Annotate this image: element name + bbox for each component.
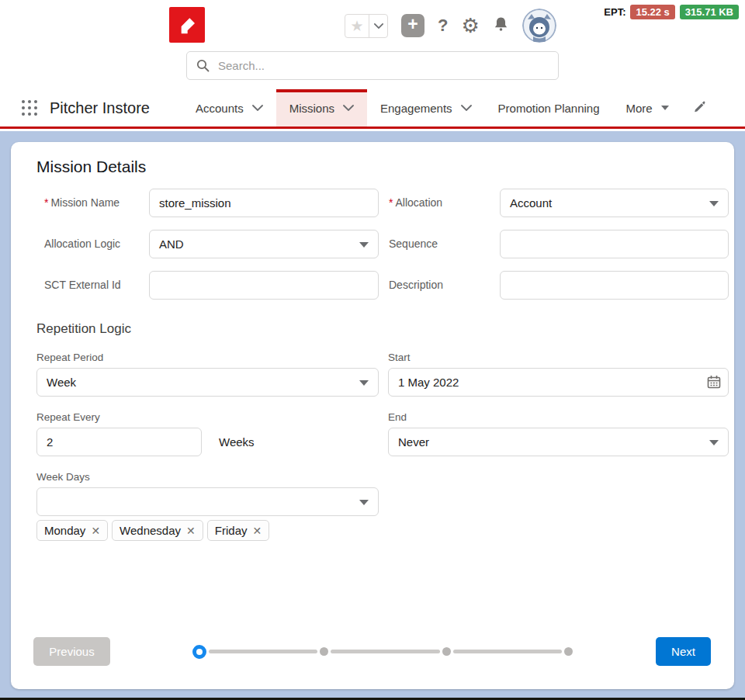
description-label: Description — [379, 271, 500, 300]
pitcher-arrow-icon — [175, 12, 199, 37]
end-value: Never — [398, 435, 429, 449]
mission-wizard-card: Mission Details *Mission Name *Allocatio… — [11, 142, 734, 689]
sct-external-id-label: SCT External Id — [44, 271, 149, 300]
repeat-every-unit: Weeks — [219, 435, 255, 449]
required-indicator: * — [44, 196, 48, 209]
header-actions: ★ + ? ⚙ — [345, 11, 556, 40]
allocation-logic-value: AND — [159, 237, 184, 251]
tab-accounts[interactable]: Accounts — [182, 89, 276, 126]
tab-promotion-planning-label: Promotion Planning — [498, 102, 600, 115]
repetition-logic-form: Repeat Period Week Start — [36, 337, 734, 541]
user-avatar[interactable] — [522, 9, 556, 43]
repeat-period-value: Week — [47, 376, 76, 389]
tab-engagements[interactable]: Engagements — [367, 89, 485, 126]
chevron-down-icon[interactable] — [252, 105, 263, 111]
search-icon — [196, 59, 210, 72]
repeat-every-input[interactable] — [36, 428, 202, 456]
start-label: Start — [388, 352, 729, 363]
chip-friday[interactable]: Friday ✕ — [207, 520, 269, 541]
sequence-label: Sequence — [379, 230, 500, 258]
allocation-select[interactable]: Account — [500, 189, 729, 217]
progress-step-1-current — [192, 645, 206, 659]
tab-accounts-label: Accounts — [196, 102, 244, 115]
ept-size-badge: 315.71 KB — [680, 5, 739, 19]
chip-remove-icon[interactable]: ✕ — [252, 525, 262, 537]
tab-more-label: More — [626, 102, 653, 115]
tab-promotion-planning[interactable]: Promotion Planning — [485, 89, 613, 126]
allocation-logic-select[interactable]: AND — [149, 230, 379, 258]
chip-wednesday[interactable]: Wednesday ✕ — [112, 520, 203, 541]
next-button[interactable]: Next — [656, 637, 711, 666]
page-background: Mission Details *Mission Name *Allocatio… — [0, 131, 745, 700]
favorites-dropdown-button[interactable] — [369, 15, 387, 37]
mission-details-form: *Mission Name *Allocation Account Alloca… — [44, 189, 734, 300]
caret-down-icon — [709, 440, 719, 445]
progress-connector — [209, 650, 317, 653]
app-launcher-icon[interactable] — [22, 100, 37, 116]
repeat-period-select[interactable]: Week — [36, 368, 379, 397]
progress-connector — [453, 650, 562, 653]
search-input[interactable] — [217, 58, 549, 73]
tab-missions-label: Missions — [289, 102, 334, 115]
chip-label: Friday — [215, 524, 248, 537]
ept-indicator: EPT: 15.22 s 315.71 KB — [604, 5, 739, 19]
tab-missions[interactable]: Missions — [276, 89, 367, 126]
chip-remove-icon[interactable]: ✕ — [91, 525, 100, 537]
week-days-chips: Monday ✕ Wednesday ✕ Friday ✕ — [36, 520, 379, 541]
end-label: End — [388, 411, 729, 423]
pitcher-logo[interactable] — [169, 7, 205, 43]
ept-time-badge: 15.22 s — [630, 5, 674, 19]
wizard-footer: Previous Next — [11, 637, 734, 666]
week-days-select[interactable] — [36, 487, 379, 516]
app-name: Pitcher Instore — [50, 89, 150, 126]
chip-monday[interactable]: Monday ✕ — [36, 520, 108, 541]
tab-more[interactable]: More — [613, 89, 682, 126]
allocation-value: Account — [510, 196, 552, 210]
repetition-logic-title: Repetition Logic — [36, 321, 734, 337]
tab-engagements-label: Engagements — [380, 102, 452, 115]
page-title: Mission Details — [36, 158, 734, 176]
mission-name-input[interactable] — [149, 189, 379, 217]
calendar-icon[interactable] — [707, 375, 721, 392]
help-icon[interactable]: ? — [438, 16, 448, 36]
caret-down-icon — [359, 500, 369, 505]
progress-step-2 — [320, 647, 328, 656]
previous-button[interactable]: Previous — [33, 637, 110, 666]
repeat-every-label: Repeat Every — [36, 411, 379, 423]
chip-label: Wednesday — [120, 524, 181, 537]
caret-down-icon — [661, 106, 669, 110]
description-input[interactable] — [500, 271, 729, 300]
global-actions-button[interactable]: + — [401, 14, 424, 37]
caret-down-icon — [359, 242, 369, 248]
required-indicator: * — [389, 196, 393, 209]
allocation-logic-label: Allocation Logic — [44, 230, 149, 258]
chevron-down-icon — [374, 23, 383, 29]
favorites-star-icon[interactable]: ★ — [345, 15, 369, 37]
wizard-progress-indicator — [192, 637, 573, 666]
global-search[interactable] — [186, 51, 559, 80]
progress-step-4 — [564, 647, 573, 656]
caret-down-icon — [709, 201, 719, 206]
chevron-down-icon[interactable] — [343, 105, 354, 111]
favorites-control: ★ — [345, 14, 388, 38]
chevron-down-icon[interactable] — [461, 105, 472, 111]
setup-gear-icon[interactable]: ⚙ — [461, 16, 479, 36]
sct-external-id-input[interactable] — [149, 271, 379, 300]
notifications-bell-icon[interactable] — [493, 16, 509, 36]
ept-label: EPT: — [604, 6, 625, 18]
start-date-input[interactable] — [388, 368, 729, 397]
mission-name-label: *Mission Name — [44, 189, 149, 217]
caret-down-icon — [359, 380, 369, 386]
sequence-input[interactable] — [500, 230, 729, 258]
end-select[interactable]: Never — [388, 428, 729, 456]
repeat-period-label: Repeat Period — [36, 352, 379, 363]
chip-remove-icon[interactable]: ✕ — [186, 525, 196, 537]
start-date-field — [388, 368, 729, 397]
progress-connector — [331, 650, 439, 653]
allocation-label: *Allocation — [379, 189, 500, 217]
week-days-label: Week Days — [36, 471, 379, 483]
edit-navigation-pencil-icon[interactable] — [693, 100, 706, 116]
app-navigation-bar: Pitcher Instore Accounts Missions Engage… — [0, 89, 745, 129]
chip-label: Monday — [44, 524, 85, 537]
progress-step-3 — [442, 647, 451, 656]
